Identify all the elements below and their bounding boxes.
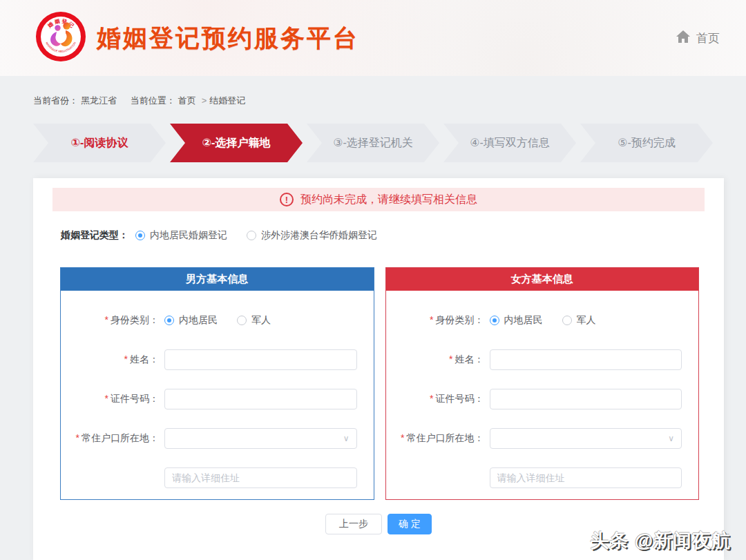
female-residence-row: *常住户口所在地： ∨ bbox=[386, 428, 682, 449]
female-id-label: *证件号码： bbox=[386, 393, 484, 405]
registration-type-label: 婚姻登记类型： bbox=[61, 229, 128, 242]
radio-foreign-marriage-label: 涉外涉港澳台华侨婚姻登记 bbox=[261, 229, 377, 242]
male-identity-label-text: 身份类别： bbox=[111, 314, 159, 325]
male-name-row: *姓名： bbox=[61, 349, 357, 370]
radio-selected-icon bbox=[164, 316, 174, 325]
radio-selected-icon bbox=[135, 231, 145, 240]
incomplete-alert: ! 预约尚未完成，请继续填写相关信息 bbox=[52, 188, 705, 211]
radio-foreign-marriage[interactable]: 涉外涉港澳台华侨婚姻登记 bbox=[247, 229, 377, 242]
male-radio-mainland-resident[interactable]: 内地居民 bbox=[164, 314, 218, 327]
male-residence-select[interactable]: ∨ bbox=[164, 428, 357, 449]
registration-type-row: 婚姻登记类型： 内地居民婚姻登记 涉外涉港澳台华侨婚姻登记 bbox=[61, 229, 705, 242]
female-panel-body: *身份类别： 内地居民 军人 *姓名： bbox=[386, 291, 699, 499]
male-identity-label: *身份类别： bbox=[61, 314, 159, 327]
alert-text: 预约尚未完成，请继续填写相关信息 bbox=[300, 193, 477, 207]
home-link[interactable]: 首页 bbox=[676, 30, 720, 46]
female-residence-label: *常住户口所在地： bbox=[386, 432, 484, 445]
male-residence-label: *常住户口所在地： bbox=[61, 432, 159, 445]
previous-step-button[interactable]: 上一步 bbox=[325, 514, 382, 534]
main-card: ! 预约尚未完成，请继续填写相关信息 婚姻登记类型： 内地居民婚姻登记 涉外涉港… bbox=[33, 178, 724, 560]
male-info-panel: 男方基本信息 *身份类别： 内地居民 军人 bbox=[60, 267, 374, 500]
breadcrumb: 当前省份：黑龙江省 当前位置：首页>结婚登记 bbox=[0, 76, 746, 107]
male-radio-military[interactable]: 军人 bbox=[237, 314, 271, 327]
home-icon bbox=[676, 30, 690, 46]
breadcrumb-province-label: 当前省份： bbox=[33, 95, 78, 106]
female-name-row: *姓名： bbox=[386, 349, 682, 370]
female-residence-select[interactable]: ∨ bbox=[490, 428, 682, 449]
required-mark: * bbox=[105, 393, 108, 404]
chevron-down-icon: ∨ bbox=[343, 434, 350, 443]
male-identity-row: *身份类别： 内地居民 军人 bbox=[61, 310, 357, 331]
female-radio-military[interactable]: 军人 bbox=[562, 314, 596, 327]
female-radio-mainland-resident[interactable]: 内地居民 bbox=[490, 314, 543, 327]
male-id-number-input[interactable] bbox=[164, 389, 357, 409]
required-mark: * bbox=[430, 314, 433, 325]
step-4-fill-info[interactable]: ④-填写双方信息 bbox=[443, 124, 576, 162]
required-mark: * bbox=[124, 354, 128, 365]
breadcrumb-current: 结婚登记 bbox=[209, 95, 245, 106]
site-header: 婚 姻 登 记 MARRIAGE REGISTRATION 婚姻登记预约服务平台… bbox=[0, 0, 746, 76]
female-name-label: *姓名： bbox=[386, 354, 484, 366]
step-1-read-agreement[interactable]: ①-阅读协议 bbox=[33, 124, 166, 162]
female-id-row: *证件号码： bbox=[386, 389, 682, 409]
male-id-label: *证件号码： bbox=[61, 393, 159, 405]
required-mark: * bbox=[401, 432, 404, 443]
male-name-label-text: 姓名： bbox=[130, 354, 159, 365]
female-name-label-text: 姓名： bbox=[455, 354, 484, 365]
info-panels: 男方基本信息 *身份类别： 内地居民 军人 bbox=[60, 267, 699, 500]
male-radio-military-label: 军人 bbox=[251, 314, 271, 327]
male-id-label-text: 证件号码： bbox=[111, 393, 159, 404]
confirm-button[interactable]: 确 定 bbox=[388, 514, 432, 534]
female-info-panel: 女方基本信息 *身份类别： 内地居民 军人 bbox=[385, 267, 700, 500]
chevron-down-icon: ∨ bbox=[668, 434, 674, 443]
breadcrumb-home-link[interactable]: 首页 bbox=[178, 95, 196, 106]
female-radio-military-label: 军人 bbox=[577, 314, 596, 327]
step-5-complete[interactable]: ⑤-预约完成 bbox=[580, 124, 713, 162]
male-name-input[interactable] bbox=[164, 349, 357, 370]
radio-unselected-icon bbox=[237, 316, 247, 325]
female-identity-options: 内地居民 军人 bbox=[490, 314, 682, 327]
toutiao-watermark: 头条 @新闻夜航 bbox=[590, 528, 731, 553]
female-identity-label: *身份类别： bbox=[386, 314, 484, 327]
male-residence-row: *常住户口所在地： ∨ bbox=[61, 428, 357, 449]
female-id-label-text: 证件号码： bbox=[436, 393, 484, 404]
site-title: 婚姻登记预约服务平台 bbox=[97, 22, 359, 55]
required-mark: * bbox=[76, 432, 79, 443]
male-identity-options: 内地居民 军人 bbox=[164, 314, 357, 327]
required-mark: * bbox=[449, 354, 452, 365]
male-id-row: *证件号码： bbox=[61, 389, 357, 409]
radio-mainland-marriage[interactable]: 内地居民婚姻登记 bbox=[135, 229, 227, 242]
female-residence-label-text: 常住户口所在地： bbox=[407, 432, 484, 443]
female-name-input[interactable] bbox=[490, 349, 682, 370]
step-3-select-office[interactable]: ③-选择登记机关 bbox=[307, 124, 439, 162]
male-panel-title: 男方基本信息 bbox=[61, 268, 374, 291]
male-name-label: *姓名： bbox=[61, 354, 159, 366]
radio-unselected-icon bbox=[247, 231, 256, 240]
female-panel-title: 女方基本信息 bbox=[386, 268, 699, 291]
radio-mainland-marriage-label: 内地居民婚姻登记 bbox=[150, 229, 227, 242]
step-2-select-residence[interactable]: ②-选择户籍地 bbox=[170, 124, 303, 162]
site-logo-icon: 婚 姻 登 记 MARRIAGE REGISTRATION bbox=[35, 10, 87, 66]
step-wizard: ①-阅读协议 ②-选择户籍地 ③-选择登记机关 ④-填写双方信息 ⑤-预约完成 bbox=[33, 124, 713, 162]
male-radio-mainland-label: 内地居民 bbox=[179, 314, 218, 327]
home-link-label: 首页 bbox=[696, 30, 720, 46]
female-id-number-input[interactable] bbox=[490, 389, 682, 409]
radio-selected-icon bbox=[490, 316, 499, 325]
male-address-row bbox=[61, 467, 357, 488]
female-identity-row: *身份类别： 内地居民 军人 bbox=[386, 310, 682, 331]
female-address-row bbox=[386, 467, 682, 488]
required-mark: * bbox=[105, 314, 108, 325]
female-identity-label-text: 身份类别： bbox=[436, 314, 484, 325]
male-residence-label-text: 常住户口所在地： bbox=[82, 432, 159, 443]
required-mark: * bbox=[430, 393, 433, 404]
breadcrumb-separator: > bbox=[202, 95, 207, 106]
breadcrumb-position-label: 当前位置： bbox=[131, 95, 175, 106]
radio-unselected-icon bbox=[562, 316, 572, 325]
male-panel-body: *身份类别： 内地居民 军人 *姓名： bbox=[61, 291, 374, 499]
exclamation-circle-icon: ! bbox=[280, 193, 294, 206]
female-radio-mainland-label: 内地居民 bbox=[504, 314, 543, 327]
breadcrumb-province: 黑龙江省 bbox=[81, 95, 117, 106]
male-address-input[interactable] bbox=[164, 467, 357, 488]
female-address-input[interactable] bbox=[490, 467, 682, 488]
